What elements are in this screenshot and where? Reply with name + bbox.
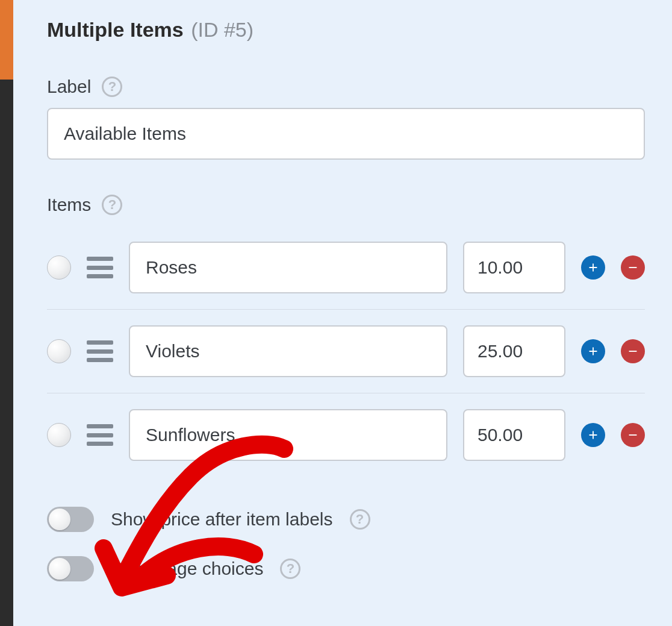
- minus-icon: [626, 345, 639, 358]
- toggle-image-choices[interactable]: [47, 556, 94, 581]
- item-row: [47, 393, 645, 477]
- remove-item-button[interactable]: [621, 339, 645, 363]
- toggle-label: Use image choices: [111, 559, 263, 579]
- label-field-block: Label ?: [47, 77, 645, 160]
- item-price-input[interactable]: [463, 409, 565, 461]
- minus-icon: [626, 428, 639, 442]
- default-radio[interactable]: [47, 255, 71, 280]
- drag-handle-icon[interactable]: [87, 340, 113, 362]
- items-block: Items ?: [47, 195, 645, 477]
- item-price-input[interactable]: [463, 242, 565, 293]
- toggle-show-price[interactable]: [47, 507, 94, 532]
- add-item-button[interactable]: [581, 423, 605, 447]
- panel-title: Multiple Items: [47, 18, 184, 41]
- panel-header: Multiple Items (ID #5): [47, 0, 645, 42]
- remove-item-button[interactable]: [621, 423, 645, 447]
- add-item-button[interactable]: [581, 255, 605, 280]
- help-icon[interactable]: ?: [350, 509, 370, 530]
- item-name-input[interactable]: [129, 325, 447, 377]
- remove-item-button[interactable]: [621, 255, 645, 280]
- item-row: [47, 226, 645, 310]
- help-icon[interactable]: ?: [102, 195, 122, 215]
- active-indicator: [0, 0, 13, 80]
- help-icon[interactable]: ?: [102, 77, 122, 97]
- drag-handle-icon[interactable]: [87, 257, 113, 278]
- add-item-button[interactable]: [581, 339, 605, 363]
- default-radio[interactable]: [47, 423, 71, 447]
- default-radio[interactable]: [47, 339, 71, 363]
- toggle-label: Show price after item labels: [111, 509, 333, 530]
- plus-icon: [586, 345, 600, 358]
- plus-icon: [586, 261, 600, 274]
- field-settings-panel: Multiple Items (ID #5) Label ? Items ?: [13, 0, 672, 626]
- label-caption: Label: [47, 77, 91, 97]
- items-caption: Items: [47, 195, 91, 215]
- minus-icon: [626, 261, 639, 274]
- help-icon[interactable]: ?: [280, 559, 300, 579]
- label-input[interactable]: [47, 108, 645, 160]
- drag-handle-icon[interactable]: [87, 424, 113, 446]
- item-name-input[interactable]: [129, 242, 447, 293]
- svg-rect-2: [629, 434, 637, 436]
- toggles-block: Show price after item labels ? Use image…: [47, 495, 645, 593]
- toggle-row-image-choices: Use image choices ?: [47, 544, 645, 593]
- admin-sidebar-strip: [0, 0, 13, 626]
- toggle-row-show-price: Show price after item labels ?: [47, 495, 645, 544]
- item-price-input[interactable]: [463, 325, 565, 377]
- plus-icon: [586, 428, 600, 442]
- svg-rect-0: [629, 267, 637, 268]
- field-id: (ID #5): [191, 18, 254, 41]
- item-row: [47, 310, 645, 393]
- item-name-input[interactable]: [129, 409, 447, 461]
- svg-rect-1: [629, 351, 637, 352]
